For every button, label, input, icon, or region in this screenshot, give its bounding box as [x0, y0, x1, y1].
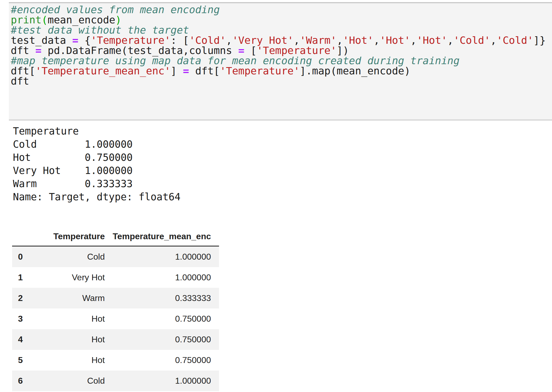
row-index: 1 [12, 267, 30, 288]
table-row: 6Cold1.000000 [12, 371, 219, 391]
code-token-pl: , [490, 34, 497, 46]
code-token-pl: , [410, 34, 417, 46]
output-line: Name: Target, dtype: float64 [13, 190, 181, 204]
text-output: TemperatureCold 1.000000Hot 0.750000Very… [13, 125, 181, 204]
code-line: test_data = {'Temperature': ['Cold','Ver… [11, 35, 552, 45]
code-line: dft['Temperature_mean_enc'] = dft['Tempe… [11, 66, 552, 76]
dataframe-table: Temperature Temperature_mean_enc 0Cold1.… [12, 227, 219, 391]
row-index: 3 [12, 308, 30, 329]
code-token-pl: dft [11, 75, 29, 87]
table-row: 3Hot0.750000 [12, 308, 219, 329]
dataframe-header-row: Temperature Temperature_mean_enc [12, 227, 219, 246]
row-index: 5 [12, 350, 30, 371]
table-row: 1Very Hot1.000000 [12, 267, 219, 288]
code-line: dft = pd.DataFrame(test_data,columns = [… [11, 45, 552, 56]
code-line: #encoded values from mean encoding [11, 5, 552, 15]
code-token-op: = [183, 65, 189, 77]
table-row: 2Warm0.333333 [12, 288, 219, 308]
code-line: dft [11, 76, 552, 86]
code-token-pl: , [374, 34, 380, 46]
cell-temperature-mean-enc: 1.000000 [105, 371, 219, 391]
code-token-str: 'Temperature_mean_enc' [35, 65, 171, 77]
column-header-temperature: Temperature [30, 227, 105, 246]
cell-temperature-mean-enc: 0.750000 [105, 329, 219, 350]
cell-temperature: Warm [30, 288, 105, 308]
code-token-pl: , [447, 34, 453, 46]
code-token-str: 'Cold' [497, 34, 533, 46]
cell-temperature-mean-enc: 0.333333 [105, 288, 219, 308]
code-token-str: 'Cold' [453, 34, 490, 46]
code-token-str: 'Temperature' [220, 65, 300, 77]
table-row: 4Hot0.750000 [12, 329, 219, 350]
cell-temperature: Hot [30, 329, 105, 350]
code-token-str: 'Hot' [380, 34, 410, 46]
cell-temperature-mean-enc: 1.000000 [105, 246, 219, 267]
code-token-pl: dft[ [189, 65, 220, 77]
output-line: Warm 0.333333 [13, 177, 181, 190]
code-token-pl: ].map(mean_encode) [300, 65, 410, 77]
code-cell[interactable]: #encoded values from mean encodingprint(… [9, 2, 552, 121]
cell-temperature-mean-enc: 1.000000 [105, 267, 219, 288]
column-header-temperature-mean-enc: Temperature_mean_enc [105, 227, 219, 246]
row-index: 6 [12, 371, 30, 391]
output-line: Cold 1.000000 [13, 138, 181, 151]
cell-temperature: Hot [30, 350, 105, 371]
cell-temperature: Cold [30, 246, 105, 267]
cell-temperature: Very Hot [30, 267, 105, 288]
table-row: 0Cold1.000000 [12, 246, 219, 267]
output-line: Hot 0.750000 [13, 151, 181, 164]
code-line: #map temperature using map data for mean… [11, 56, 552, 66]
output-line: Temperature [13, 125, 181, 138]
row-index: 2 [12, 288, 30, 308]
code-line: print(mean_encode) [11, 15, 552, 25]
code-token-str: 'Hot' [417, 34, 447, 46]
row-index: 0 [12, 246, 30, 267]
index-column-header [12, 227, 30, 246]
table-row: 5Hot0.750000 [12, 350, 219, 371]
cell-temperature: Cold [30, 371, 105, 391]
row-index: 4 [12, 329, 30, 350]
code-token-pl: ]} [533, 34, 546, 46]
cell-temperature: Hot [30, 308, 105, 329]
code-token-pl: ] [171, 65, 183, 77]
output-line: Very Hot 1.000000 [13, 164, 181, 177]
cell-temperature-mean-enc: 0.750000 [105, 350, 219, 371]
code-line: #test data without the target [11, 25, 552, 35]
cell-temperature-mean-enc: 0.750000 [105, 308, 219, 329]
